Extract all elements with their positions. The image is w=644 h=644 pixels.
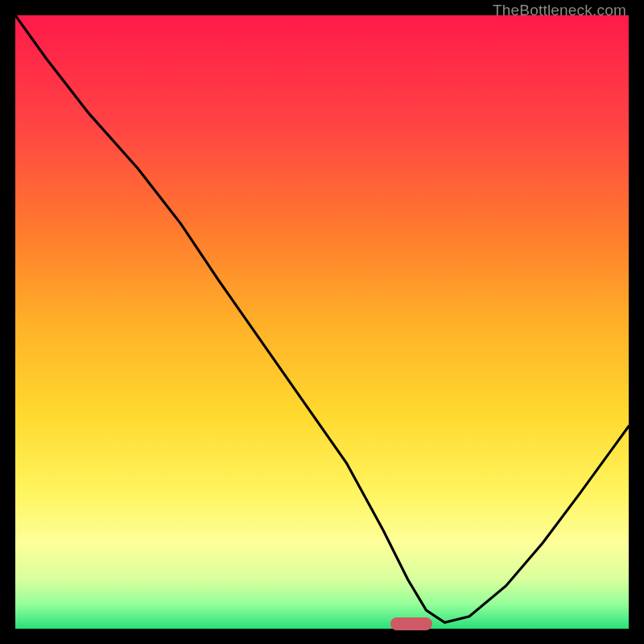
optimal-range-marker <box>390 617 432 630</box>
gradient-background <box>15 15 629 629</box>
watermark-text: TheBottleneck.com <box>493 2 626 19</box>
chart-container: TheBottleneck.com <box>0 0 644 644</box>
